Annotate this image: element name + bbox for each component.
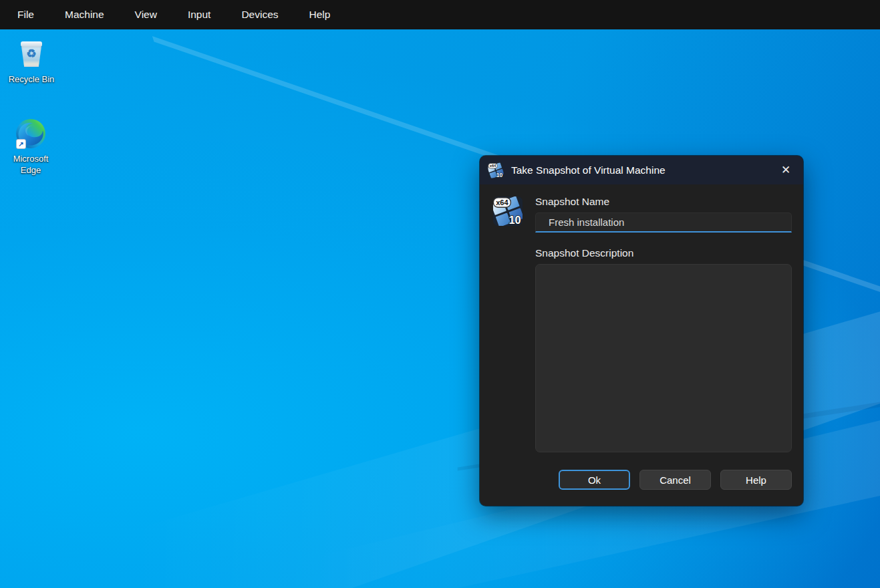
dialog-button-row: Ok Cancel Help bbox=[535, 470, 792, 490]
recycle-symbol-icon: ♻ bbox=[15, 47, 47, 61]
dialog-body: x64 10 Snapshot Name Snapshot Descriptio… bbox=[480, 184, 803, 506]
svg-text:x64: x64 bbox=[496, 198, 508, 206]
desktop-icon-label: Microsoft Edge bbox=[7, 154, 55, 176]
snapshot-description-label: Snapshot Description bbox=[535, 247, 792, 259]
menu-machine[interactable]: Machine bbox=[49, 0, 120, 29]
svg-text:10: 10 bbox=[508, 214, 521, 226]
menu-input[interactable]: Input bbox=[172, 0, 226, 29]
take-snapshot-dialog: x64 10 Take Snapshot of Virtual Machine … bbox=[480, 156, 803, 506]
svg-text:x64: x64 bbox=[490, 164, 496, 168]
edge-logo-icon: ↗ bbox=[15, 118, 47, 150]
menu-view[interactable]: View bbox=[120, 0, 172, 29]
ok-button[interactable]: Ok bbox=[559, 470, 630, 490]
shortcut-arrow-icon: ↗ bbox=[16, 139, 26, 149]
menu-devices[interactable]: Devices bbox=[226, 0, 293, 29]
desktop-icon-label: Recycle Bin bbox=[9, 74, 55, 86]
vm-menu-bar: File Machine View Input Devices Help bbox=[0, 0, 880, 29]
recycle-bin-rim bbox=[21, 41, 42, 47]
cancel-button[interactable]: Cancel bbox=[639, 470, 711, 490]
menu-help[interactable]: Help bbox=[294, 0, 346, 29]
recycle-bin-icon: ♻ bbox=[15, 38, 47, 70]
dialog-title-bar[interactable]: x64 10 Take Snapshot of Virtual Machine … bbox=[480, 156, 803, 184]
snapshot-name-label: Snapshot Name bbox=[535, 196, 792, 208]
snapshot-name-input[interactable] bbox=[535, 212, 792, 233]
snapshot-description-textarea[interactable] bbox=[535, 264, 792, 452]
windows10-x64-vm-icon: x64 10 bbox=[488, 162, 504, 178]
close-icon[interactable]: ✕ bbox=[775, 160, 796, 181]
desktop-icon-microsoft-edge[interactable]: ↗ Microsoft Edge bbox=[0, 118, 61, 176]
help-button[interactable]: Help bbox=[720, 470, 792, 490]
dialog-title: Take Snapshot of Virtual Machine bbox=[511, 164, 775, 176]
svg-text:10: 10 bbox=[496, 172, 503, 178]
menu-file[interactable]: File bbox=[2, 0, 49, 29]
desktop-icon-recycle-bin[interactable]: ♻ Recycle Bin bbox=[1, 38, 62, 86]
windows10-x64-vm-icon: x64 10 bbox=[492, 196, 523, 227]
